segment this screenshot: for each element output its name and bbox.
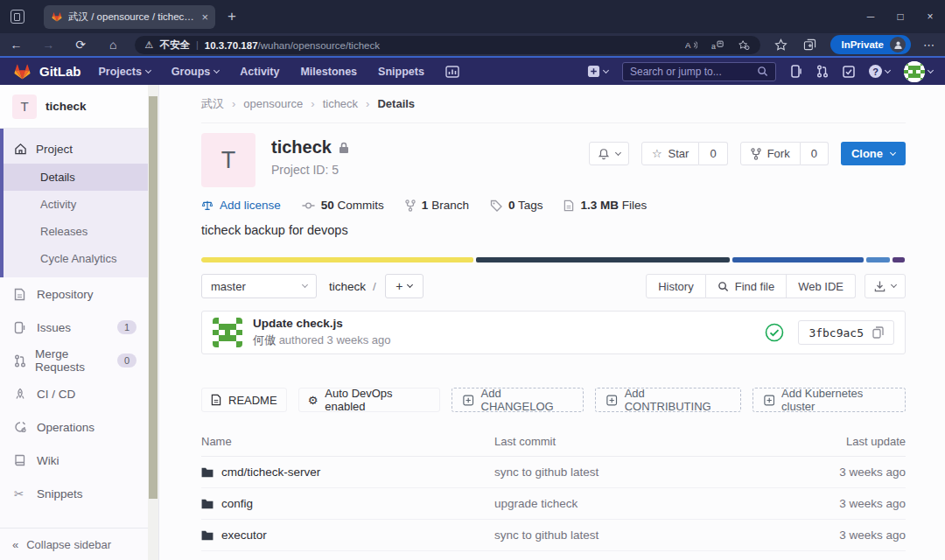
auto-devops-button[interactable]: ⚙ Auto DevOps enabled [298,388,441,412]
sidebar-item-operations[interactable]: Operations [0,410,149,444]
commit-author-link[interactable]: 何傲 [253,333,276,346]
sidebar-scrollbar[interactable] [148,85,158,560]
tree-root-link[interactable]: ticheck [329,280,366,293]
favorites-icon[interactable] [774,38,788,51]
url-divider: | [196,39,199,50]
sidebar-item-cycle-analytics[interactable]: Cycle Analytics [4,245,149,272]
add-changelog-button[interactable]: Add CHANGELOG [452,388,584,412]
readme-button[interactable]: README [201,388,287,412]
tab-actions-icon[interactable] [10,10,24,24]
sidebar-item-issues[interactable]: Issues 1 [0,311,149,344]
nav-projects[interactable]: Projects [99,66,150,78]
tags-link[interactable]: 0 Tags [490,199,543,212]
language-segment [476,257,731,262]
find-file-button[interactable]: Find file [706,274,788,298]
sidebar-item-activity[interactable]: Activity [4,191,149,218]
branches-link[interactable]: 1 Branch [405,199,469,212]
project-meta: ticheck Project ID: 5 [271,133,349,187]
commit-author-avatar[interactable] [213,318,242,347]
breadcrumb-group[interactable]: 武汉 [201,96,224,112]
commit-message-cell[interactable]: upgrade ticheck [494,497,792,510]
collapse-sidebar-button[interactable]: « Collapse sidebar [0,528,149,560]
new-menu-button[interactable] [587,65,608,78]
screen: 武汉 / opensource / ticheck · Gi × + ─ □ ×… [0,0,945,560]
fork-count[interactable]: 0 [801,142,829,165]
inprivate-badge[interactable]: InPrivate [830,35,911,54]
issues-nav-icon[interactable] [790,65,802,78]
star-count[interactable]: 0 [699,142,727,165]
sidebar-item-snippets[interactable]: ✂ Snippets [0,477,149,510]
notifications-button[interactable] [589,142,629,165]
browser-menu-icon[interactable]: ⋯ [923,38,934,52]
commits-icon [302,200,315,211]
help-menu-button[interactable]: ? [869,65,890,78]
sidebar-item-wiki[interactable]: Wiki [0,444,149,477]
scrollbar-thumb[interactable] [149,96,158,499]
files-link[interactable]: 1.3 MB Files [564,199,647,212]
nav-groups[interactable]: Groups [172,66,219,78]
fork-button[interactable]: Fork [740,142,801,165]
sidebar-item-details[interactable]: Details [4,164,149,191]
branch-selector[interactable]: master [201,274,317,298]
search-input[interactable]: Search or jump to... [622,62,776,81]
sidebar-item-releases[interactable]: Releases [4,218,149,245]
sidebar-item-label: CI / CD [37,388,75,401]
lock-icon [339,142,349,154]
new-tab-button[interactable]: + [228,8,236,25]
maximize-button[interactable]: □ [886,10,915,23]
refresh-icon[interactable]: ⟳ [65,38,97,52]
instance-statistics-icon[interactable] [445,66,459,78]
read-aloud-icon[interactable]: A [685,39,697,51]
user-menu-button[interactable] [904,61,933,82]
history-button[interactable]: History [646,274,705,298]
translate-icon[interactable]: a [711,39,724,51]
add-license-link[interactable]: Add license [201,199,281,212]
nav-milestones[interactable]: Milestones [300,66,357,78]
download-icon [874,280,886,292]
star-button[interactable]: ☆ Star [641,142,700,165]
file-name-cell[interactable]: cmd/ticheck-server [201,466,494,479]
close-button[interactable]: × [915,10,945,23]
tab-close-icon[interactable]: × [201,11,208,23]
book-icon [14,454,28,466]
nav-snippets[interactable]: Snippets [378,66,424,78]
pipeline-passed-icon[interactable] [765,323,784,342]
sidebar-item-project[interactable]: Project [4,134,149,164]
sidebar-project-header[interactable]: T ticheck [0,85,149,129]
nav-activity[interactable]: Activity [240,66,279,78]
breadcrumb-project[interactable]: ticheck [323,97,358,110]
file-name-cell[interactable]: config [201,497,494,510]
commit-message-link[interactable]: Update check.js [253,317,391,330]
add-kubernetes-button[interactable]: Add Kubernetes cluster [752,388,906,412]
back-icon[interactable]: ← [0,38,32,52]
copy-icon[interactable] [872,326,884,339]
minimize-button[interactable]: ─ [856,10,886,23]
web-ide-button[interactable]: Web IDE [787,274,856,298]
todos-nav-icon[interactable] [843,66,855,78]
sidebar-item-merge-requests[interactable]: Merge Requests 0 [0,344,149,377]
sidebar-item-repository[interactable]: Repository [0,277,149,311]
merge-requests-nav-icon[interactable] [816,65,829,78]
clone-button[interactable]: Clone [841,142,906,165]
commits-link[interactable]: 50 Commits [302,199,384,212]
repository-languages-bar [201,257,906,262]
commit-message-cell[interactable]: sync to github latest [494,466,792,479]
collections-icon[interactable] [803,38,816,51]
browser-tab[interactable]: 武汉 / opensource / ticheck · Gi × [44,5,215,29]
commit-message-cell[interactable]: sync to github latest [494,528,792,542]
gitlab-brand[interactable]: GitLab [12,61,81,81]
add-contributing-button[interactable]: Add CONTRIBUTING [595,388,740,412]
bookmark-settings-icon[interactable] [738,39,750,51]
add-file-button[interactable]: + [385,274,424,298]
breadcrumb-current: Details [377,97,415,110]
home-icon[interactable]: ⌂ [97,38,130,52]
project-id: Project ID: 5 [271,163,349,177]
sidebar-item-label: Project [36,143,73,156]
plus-square-icon [463,395,473,406]
file-name-cell[interactable]: executor [201,528,494,542]
url-bar[interactable]: ⚠ 不安全 | 10.3.70.187/wuhan/opensource/tic… [135,36,761,54]
download-button[interactable] [864,274,906,298]
breadcrumb-subgroup[interactable]: opensource [243,97,303,110]
sidebar-item-label: Operations [37,421,94,434]
sidebar-item-ci-cd[interactable]: CI / CD [0,377,149,410]
